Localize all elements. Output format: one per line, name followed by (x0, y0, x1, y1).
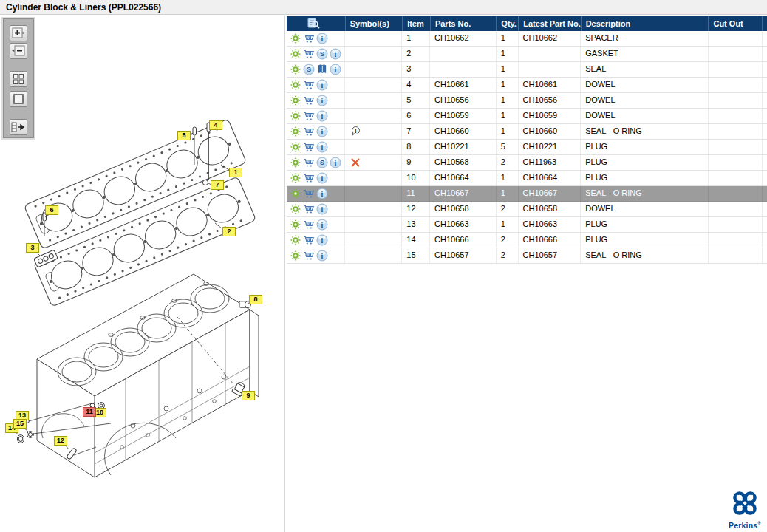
add-to-cart-icon[interactable] (303, 188, 315, 200)
add-to-cart-icon[interactable] (303, 110, 315, 122)
table-row-item-6[interactable]: i6CH106591CH10659DOWEL (287, 109, 767, 124)
supersession-icon[interactable]: S (316, 157, 328, 168)
gear-icon[interactable] (290, 172, 301, 184)
diagram-hotspot-1[interactable]: 1 (229, 168, 242, 177)
supersession-icon[interactable]: S (316, 48, 328, 60)
cell-cut-out (709, 140, 763, 154)
gear-icon[interactable] (290, 203, 301, 215)
table-row-item-10[interactable]: i10CH106641CH10664PLUG (287, 171, 767, 186)
info-icon[interactable]: i (330, 64, 341, 75)
table-row-item-3[interactable]: Si31SEAL (287, 62, 767, 78)
table-row-item-8[interactable]: i8CH102215CH10221PLUG (287, 140, 767, 155)
add-to-cart-icon[interactable] (303, 250, 315, 262)
info-icon[interactable]: i (316, 172, 328, 184)
table-row-item-13[interactable]: i13CH106631CH10663PLUG (287, 217, 767, 233)
gear-icon[interactable] (290, 141, 301, 153)
gear-icon[interactable] (290, 126, 301, 137)
add-to-cart-icon[interactable] (303, 95, 315, 106)
cell-description: SEAL - O RING (581, 248, 709, 263)
symbol-cell (345, 140, 403, 154)
info-icon[interactable]: i (316, 234, 328, 246)
add-to-cart-icon[interactable] (303, 172, 315, 184)
info-icon[interactable]: i (316, 95, 328, 106)
diagram-hotspot-9[interactable]: 9 (242, 391, 255, 400)
add-to-cart-icon[interactable] (303, 79, 315, 91)
zoom-out-button[interactable] (10, 43, 27, 59)
header-symbols[interactable]: Symbol(s) (345, 16, 403, 31)
table-row-item-9[interactable]: Si9CH105682CH11963PLUG (287, 155, 767, 171)
supersession-icon[interactable]: S (303, 64, 315, 75)
svg-text:i: i (321, 127, 324, 135)
actions-cell: Si (287, 62, 345, 77)
diagram-hotspot-2[interactable]: 2 (222, 227, 236, 236)
zoom-in-button[interactable] (10, 25, 27, 41)
header-cut-out[interactable]: Cut Out (708, 16, 762, 31)
diagram-hotspot-8[interactable]: 8 (249, 295, 262, 304)
search-in-list-icon[interactable] (307, 18, 319, 30)
header-item[interactable]: Item (402, 16, 430, 31)
header-parts-no[interactable]: Parts No. (430, 16, 496, 31)
service-book-icon[interactable] (316, 64, 328, 75)
table-row-item-4[interactable]: i4CH106611CH10661DOWEL (287, 78, 767, 93)
table-row-item-5[interactable]: i5CH106561CH10656DOWEL (287, 93, 767, 109)
add-to-cart-icon[interactable] (303, 48, 315, 60)
info-icon[interactable]: i (316, 219, 328, 231)
info-icon[interactable]: i (316, 33, 328, 44)
gear-icon[interactable] (290, 234, 301, 246)
gear-icon[interactable] (290, 64, 301, 75)
table-row-item-2[interactable]: Si21GASKET (287, 47, 767, 62)
table-row-item-12[interactable]: i12CH106582CH10658DOWEL (287, 202, 767, 217)
info-icon[interactable]: i (330, 48, 341, 60)
table-row-item-15[interactable]: i15CH106572CH10657SEAL - O RING (287, 248, 767, 264)
table-row-item-7[interactable]: i!7CH106601CH10660SEAL - O RING (287, 124, 767, 140)
diagram-hotspot-4[interactable]: 4 (209, 120, 222, 130)
add-to-cart-icon[interactable] (303, 33, 315, 44)
cell-cut-out (709, 202, 763, 216)
info-icon[interactable]: i (316, 79, 328, 91)
cell-filler (763, 233, 767, 248)
gear-icon[interactable] (290, 219, 301, 231)
info-icon[interactable]: i (316, 188, 328, 200)
gear-icon[interactable] (290, 157, 301, 168)
diagram-hotspot-12[interactable]: 12 (54, 436, 67, 446)
add-to-cart-icon[interactable] (303, 219, 315, 231)
cell-parts-no: CH10221 (430, 140, 497, 154)
gear-icon[interactable] (290, 95, 301, 106)
actions-cell: i (287, 78, 345, 92)
add-to-cart-icon[interactable] (303, 157, 315, 168)
toggle-panel-button[interactable] (10, 119, 27, 135)
info-icon[interactable]: i (316, 126, 328, 137)
gear-icon[interactable] (290, 33, 301, 44)
diagram-hotspot-15[interactable]: 15 (13, 419, 27, 429)
header-actions[interactable] (287, 16, 345, 31)
add-to-cart-icon[interactable] (303, 203, 315, 215)
table-row-item-14[interactable]: i14CH106662CH10666PLUG (287, 233, 767, 248)
fit-view-button[interactable] (10, 91, 27, 107)
info-icon[interactable]: i (316, 250, 328, 262)
header-latest-part-no[interactable]: Latest Part No. (518, 16, 580, 31)
info-icon[interactable]: i (316, 203, 328, 215)
diagram-hotspot-5[interactable]: 5 (177, 131, 191, 140)
gear-icon[interactable] (290, 250, 301, 262)
cell-parts-no: CH10659 (430, 109, 497, 123)
info-icon[interactable]: i (330, 157, 341, 168)
diagram-hotspot-3[interactable]: 3 (26, 243, 39, 253)
gear-icon[interactable] (290, 188, 301, 200)
cell-description: GASKET (581, 47, 709, 61)
diagram-hotspot-7[interactable]: 7 (211, 180, 224, 190)
add-to-cart-icon[interactable] (303, 126, 315, 137)
gear-icon[interactable] (290, 48, 301, 60)
gear-icon[interactable] (290, 110, 301, 122)
tile-view-button[interactable] (10, 71, 27, 87)
info-icon[interactable]: i (316, 141, 328, 153)
header-description[interactable]: Description (581, 16, 709, 31)
table-row-item-1[interactable]: i1CH106621CH10662SPACER (287, 31, 767, 47)
diagram-hotspot-6[interactable]: 6 (45, 205, 58, 215)
gear-icon[interactable] (290, 79, 301, 91)
table-row-item-11[interactable]: i11CH106671CH10667SEAL - O RING (287, 186, 767, 202)
header-qty[interactable]: Qty. (496, 16, 518, 31)
add-to-cart-icon[interactable] (303, 234, 315, 246)
add-to-cart-icon[interactable] (303, 141, 315, 153)
info-icon[interactable]: i (316, 110, 328, 122)
diagram-hotspot-11[interactable]: 11 (83, 407, 96, 417)
